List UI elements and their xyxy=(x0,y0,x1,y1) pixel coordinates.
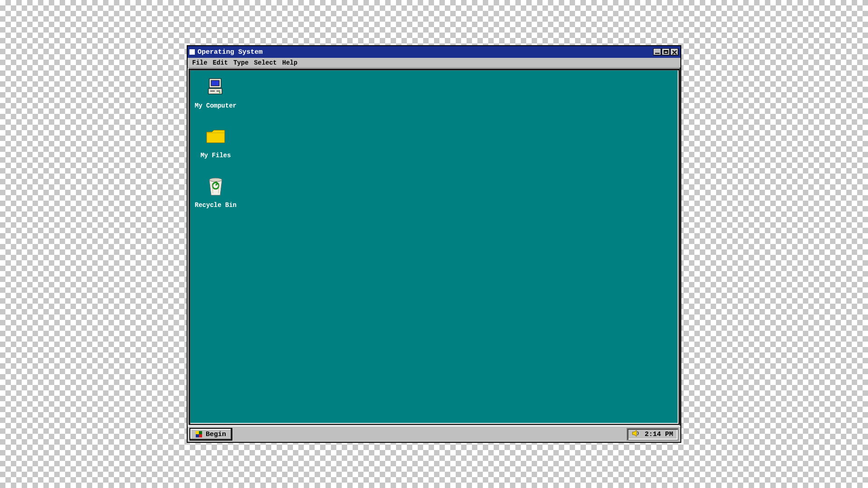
menu-type[interactable]: Type xyxy=(231,58,251,67)
svg-point-6 xyxy=(209,178,222,182)
taskbar: Begin 2:14 PM xyxy=(188,426,680,442)
maximize-button[interactable] xyxy=(662,48,670,56)
window-controls xyxy=(653,48,679,56)
recycle-bin-icon xyxy=(205,175,226,197)
menubar: File Edit Type Select Help xyxy=(188,58,680,68)
folder-icon xyxy=(205,126,226,147)
menu-file[interactable]: File xyxy=(189,58,210,67)
system-menu-icon[interactable] xyxy=(189,49,195,55)
desktop-icon-my-computer[interactable]: My Computer xyxy=(193,76,238,109)
svg-rect-1 xyxy=(211,80,219,86)
svg-rect-3 xyxy=(210,90,215,92)
menu-help[interactable]: Help xyxy=(279,58,300,67)
desktop-icon-label: Recycle Bin xyxy=(193,202,238,209)
minimize-button[interactable] xyxy=(653,48,661,56)
titlebar[interactable]: Operating System xyxy=(188,46,680,58)
os-window: Operating System File Edit Type Select H… xyxy=(187,45,681,443)
desktop-icon-label: My Files xyxy=(193,152,238,159)
desktop[interactable]: My Computer My Files xyxy=(189,69,679,425)
svg-rect-4 xyxy=(217,90,220,92)
window-title: Operating System xyxy=(198,48,263,56)
menu-edit[interactable]: Edit xyxy=(210,58,231,67)
desktop-icon-my-files[interactable]: My Files xyxy=(193,126,238,159)
computer-icon xyxy=(205,76,226,98)
desktop-icon-recycle-bin[interactable]: Recycle Bin xyxy=(193,175,238,209)
close-button[interactable] xyxy=(670,48,679,56)
clock: 2:14 PM xyxy=(645,431,673,438)
begin-button[interactable]: Begin xyxy=(189,428,232,441)
system-tray[interactable]: 2:14 PM xyxy=(627,428,679,441)
volume-icon[interactable] xyxy=(632,430,640,439)
svg-point-5 xyxy=(219,92,221,94)
desktop-icon-label: My Computer xyxy=(193,102,238,109)
menu-select[interactable]: Select xyxy=(251,58,279,67)
begin-label: Begin xyxy=(206,431,226,438)
begin-logo-icon xyxy=(196,431,202,437)
